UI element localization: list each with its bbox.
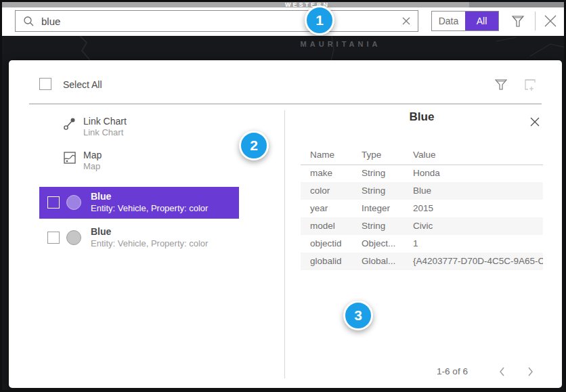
app-window: WESTERN Data All [0,0,566,392]
select-all-checkbox[interactable] [39,78,51,90]
result-subtitle: Link Chart [83,127,123,137]
clear-search-button[interactable] [395,10,418,32]
cell-name: globalid [310,256,342,266]
cell-type: Integer [362,203,390,213]
cell-value: 2015 [413,203,433,213]
cell-value: Honda [413,168,440,178]
cell-value: 1 [413,238,418,248]
search-box[interactable] [15,10,395,32]
table-row: color String Blue [301,182,543,200]
result-item-blue-selected[interactable]: Blue Entity: Vehicle, Property: color [39,187,239,219]
map-label-mauritania: MAURITANIA [259,40,422,48]
annotation-badge-2: 2 [239,131,269,160]
cell-value: Civic [413,221,433,231]
result-checkbox[interactable] [47,196,60,209]
annotation-badge-1: 1 [305,5,334,35]
cell-value: Blue [413,186,431,196]
table-row: globalid Global... {A4203777-D70D-4C5C-9… [301,253,543,270]
pane-divider [284,110,285,378]
result-subtitle: Entity: Vehicle, Property: color [91,238,208,248]
table-row: year Integer 2015 [301,200,543,217]
cell-type: Object... [362,238,395,248]
funnel-icon[interactable] [494,78,508,91]
cell-type: Global... [362,256,395,266]
select-all-label: Select All [63,79,102,90]
result-item-blue[interactable]: Blue Entity: Vehicle, Property: color [39,222,239,254]
annotation-badge-3: 3 [343,301,373,330]
detail-title: Blue [301,110,543,124]
link-chart-icon [63,117,77,131]
search-input[interactable] [35,11,395,31]
cell-type: String [362,168,385,178]
column-header-type: Type [362,150,381,160]
cell-name: make [310,168,332,178]
table-row: model String Civic [301,217,543,235]
cell-name: model [310,221,335,231]
search-toolbar: Data All [2,7,564,36]
close-icon[interactable] [529,116,541,128]
close-icon [402,17,410,25]
result-title: Blue [91,226,111,237]
add-selection-icon[interactable] [523,77,538,92]
map-icon [63,151,77,165]
cell-type: String [362,221,385,231]
cell-value: {A4203777-D70D-4C5C-9A65-C... [413,256,543,266]
map-top-strip: WESTERN [2,2,564,7]
search-results-dialog: Select All Link Chart Link Chart [9,60,562,388]
scope-option-all[interactable]: All [465,12,498,30]
result-subtitle: Map [83,161,100,171]
cell-name: year [310,203,328,213]
pagination-label: 1-6 of 6 [415,366,489,376]
cell-type: String [362,186,385,196]
result-checkbox[interactable] [47,232,60,244]
entity-circle-icon [66,195,81,210]
entity-circle-icon [66,230,81,245]
column-header-value: Value [413,150,436,160]
scope-toggle: Data All [431,11,499,31]
result-title: Link Chart [83,116,127,127]
table-row: objectid Object... 1 [301,235,543,253]
result-subtitle: Entity: Vehicle, Property: color [91,203,208,213]
table-row: make String Honda [301,165,543,182]
chevron-right-icon[interactable] [523,365,537,378]
result-title: Map [83,150,102,160]
search-icon [23,16,35,27]
toolbar-divider [535,12,536,30]
attribute-table-header: Name Type Value [301,147,543,165]
map-shade [469,2,564,7]
close-icon[interactable] [541,12,560,30]
header-divider [29,104,542,104]
result-title: Blue [91,191,111,202]
cell-name: objectid [310,238,342,248]
scope-option-data[interactable]: Data [432,12,465,30]
funnel-icon[interactable] [510,13,526,29]
column-header-name: Name [310,150,334,160]
chevron-left-icon[interactable] [496,365,509,378]
cell-name: color [310,186,330,196]
